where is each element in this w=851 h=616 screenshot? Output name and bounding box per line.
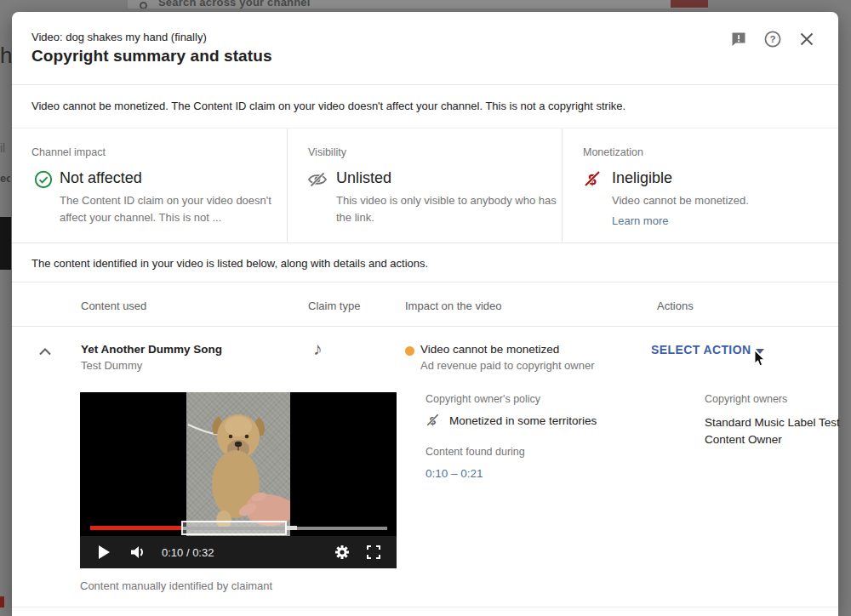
found-during-timestamps[interactable]: 0:10 – 0:21	[426, 467, 483, 480]
policy-value: Monetized in some territories	[449, 414, 597, 427]
chevron-down-icon[interactable]	[756, 349, 764, 354]
help-icon[interactable]: ?	[764, 31, 781, 48]
divider	[12, 242, 838, 243]
background-text-fragment: he	[0, 43, 12, 68]
background-logo-edge	[0, 596, 4, 607]
progress-played	[90, 526, 181, 530]
visibility-description: This video is only visible to anybody wh…	[336, 192, 559, 226]
owners-value: Standard Music Label Test Content Owner	[705, 414, 851, 448]
column-header-content-used: Content used	[81, 299, 146, 312]
player-controls: 0:10 / 0:32	[80, 536, 397, 568]
monetization-label: Monetization	[583, 146, 643, 158]
visibility-label: Visibility	[308, 146, 346, 158]
monetization-value: Ineligible	[612, 169, 672, 187]
background-thumbnail-edge	[0, 217, 11, 270]
background-search-bar: Search across your channel	[128, 0, 708, 9]
impact-title: Video cannot be monetized	[420, 343, 559, 356]
divider	[12, 282, 838, 282]
claim-preview-player[interactable]: 0:10 / 0:32	[80, 392, 397, 568]
search-icon	[140, 2, 147, 9]
svg-text:?: ?	[769, 34, 775, 44]
screen: Search across your channel he il eo Vide…	[0, 0, 851, 616]
fullscreen-icon[interactable]	[367, 545, 380, 559]
player-time: 0:10 / 0:32	[162, 546, 214, 559]
collapse-row-chevron-up-icon[interactable]	[37, 345, 53, 357]
divider	[12, 607, 838, 607]
claimed-segment-highlight	[181, 521, 287, 535]
learn-more-link[interactable]: Learn more	[612, 214, 668, 227]
feedback-icon[interactable]	[730, 31, 747, 48]
channel-impact-label: Channel impact	[31, 146, 106, 158]
music-note-icon: ♪	[313, 339, 323, 359]
claim-content-title: Yet Another Dummy Song	[81, 343, 222, 356]
puppy-illustration	[186, 392, 290, 536]
background-text-fragment: il	[0, 141, 9, 157]
video-frame	[186, 392, 290, 536]
divider	[12, 326, 838, 327]
play-icon[interactable]	[99, 545, 110, 559]
progress-buffer	[285, 526, 297, 530]
copyright-summary-dialog: Video: dog shakes my hand (finally) Copy…	[12, 12, 838, 616]
column-header-impact: Impact on the video	[405, 299, 501, 312]
column-header-claim-type: Claim type	[308, 299, 360, 312]
select-action-button[interactable]: SELECT ACTION	[651, 343, 751, 356]
divider	[12, 128, 838, 128]
divider	[562, 128, 563, 242]
impact-subtitle: Ad revenue paid to copyright owner	[420, 359, 595, 372]
policy-label: Copyright owner's policy	[426, 393, 540, 405]
background-search-text: Search across your channel	[158, 0, 311, 9]
eye-off-icon	[307, 171, 326, 190]
dialog-title: Copyright summary and status	[31, 47, 272, 66]
summary-banner: Video cannot be monetized. The Content I…	[31, 100, 625, 112]
claim-content-subtitle: Test Dummy	[81, 359, 142, 372]
column-header-actions: Actions	[657, 299, 694, 312]
background-red-button	[671, 0, 708, 8]
volume-icon[interactable]	[129, 545, 146, 563]
warning-dot-icon	[405, 346, 414, 356]
owners-label: Copyright owners	[705, 393, 787, 405]
divider	[12, 84, 838, 85]
background-text-fragment: eo	[0, 172, 10, 187]
found-during-label: Content found during	[426, 446, 525, 458]
dollar-slash-icon: $	[583, 169, 602, 188]
monetization-description: Video cannot be monetized.	[612, 192, 825, 209]
dollar-slash-small-icon: $	[426, 413, 440, 427]
channel-impact-value: Not affected	[60, 169, 142, 187]
table-intro: The content identified in your video is …	[31, 257, 428, 270]
manual-claim-note: Content manually identified by claimant	[80, 579, 272, 592]
video-name-label: Video: dog shakes my hand (finally)	[31, 31, 207, 43]
visibility-value: Unlisted	[336, 169, 391, 187]
close-icon[interactable]	[798, 31, 815, 48]
check-circle-icon	[34, 170, 53, 189]
divider	[287, 128, 288, 242]
channel-impact-description: The Content ID claim on your video doesn…	[60, 192, 279, 226]
settings-gear-icon[interactable]	[334, 545, 350, 563]
